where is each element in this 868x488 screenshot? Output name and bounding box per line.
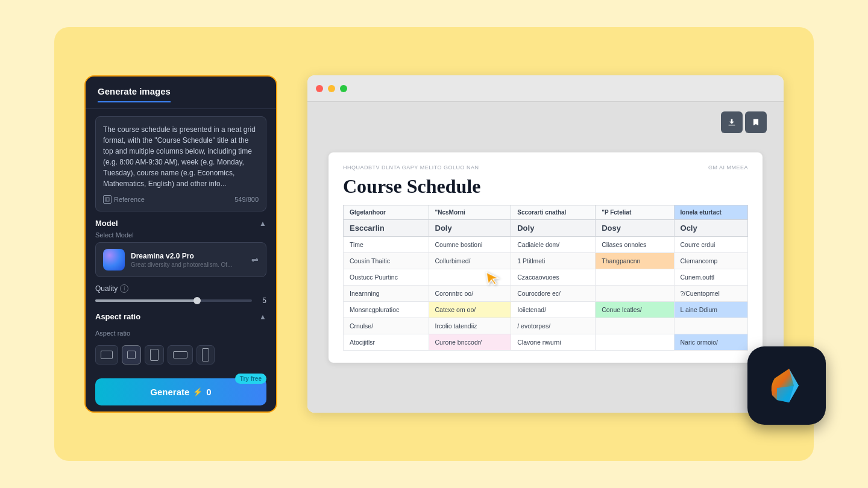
table-cell: Cousín Thaitic bbox=[344, 252, 429, 269]
info-icon: i bbox=[120, 284, 128, 293]
prompt-area[interactable]: The course schedule is presented in a ne… bbox=[95, 116, 266, 211]
schedule-table: Gtgetanhoor "NcsMorni Sccorarti cnathal … bbox=[343, 205, 748, 351]
panel-body: The course schedule is presented in a ne… bbox=[86, 109, 276, 372]
th-col2: "NcsMorni bbox=[429, 205, 511, 219]
table-cell: Oustucc Puurtinc bbox=[344, 269, 429, 285]
chevron-up-icon: ▲ bbox=[259, 219, 266, 228]
table-cell: Atocijitlsr bbox=[344, 334, 429, 350]
portrait-shape bbox=[150, 349, 159, 361]
th-sub-col5: Ocly bbox=[674, 219, 747, 236]
table-cell: Thangpancnn bbox=[596, 252, 674, 269]
minimize-button[interactable] bbox=[328, 85, 335, 92]
table-cell: Cadiaiele dom/ bbox=[511, 236, 596, 252]
table-row: Cousín ThaiticCollurbimed/1 PtitlmetiTha… bbox=[344, 252, 748, 269]
table-row: AtocijitlsrCurone bnccodr/Clavone nwurni… bbox=[344, 334, 748, 350]
quality-slider-container: 5 bbox=[95, 296, 266, 305]
download-button[interactable] bbox=[721, 111, 743, 133]
table-cell: Ircolio tatendiiz bbox=[429, 318, 511, 334]
table-cell: L aine Ddium bbox=[674, 301, 747, 318]
close-button[interactable] bbox=[316, 85, 323, 92]
table-cell: Cunem.outtl bbox=[674, 269, 747, 285]
aspect-wide[interactable] bbox=[168, 345, 193, 364]
th-col3: Sccorarti cnathal bbox=[511, 205, 596, 219]
aspect-options bbox=[95, 345, 266, 364]
wide-shape bbox=[173, 351, 187, 358]
browser-titlebar bbox=[307, 75, 784, 102]
table-header-row-2: Esccarlin Doly Doly Dosy Ocly bbox=[344, 219, 748, 236]
aspect-tall[interactable] bbox=[197, 345, 215, 364]
quality-label: Quality bbox=[95, 284, 118, 293]
settings-icon[interactable]: ⇌ bbox=[251, 255, 259, 264]
panel-title: Generate images bbox=[98, 86, 171, 102]
model-card[interactable]: Dreamina v2.0 Pro Great diversity and ph… bbox=[95, 242, 266, 277]
toolbar-buttons bbox=[721, 111, 767, 133]
generate-credits: 0 bbox=[206, 387, 211, 397]
model-section-header[interactable]: Model ▲ bbox=[95, 219, 266, 228]
th-sub-col3: Doly bbox=[511, 219, 596, 236]
quality-value: 5 bbox=[257, 296, 266, 305]
model-avatar bbox=[103, 249, 125, 271]
table-row: Crnulse/Ircolio tatendiiz/ evotorpes/ bbox=[344, 318, 748, 334]
table-cell: Collurbimed/ bbox=[429, 252, 511, 269]
model-desc: Great diversity and photorealism. Of... bbox=[131, 261, 245, 268]
table-cell: Naric ormoio/ bbox=[674, 334, 747, 350]
table-cell bbox=[596, 334, 674, 350]
square-shape bbox=[127, 351, 136, 359]
panel-header: Generate images bbox=[86, 77, 276, 109]
table-cell: Crnulse/ bbox=[344, 318, 429, 334]
quality-slider[interactable] bbox=[95, 299, 252, 302]
svg-rect-0 bbox=[105, 198, 109, 201]
table-cell bbox=[596, 269, 674, 285]
chevron-up-icon-aspect: ▲ bbox=[259, 313, 266, 321]
table-cell: 1 Ptitlmeti bbox=[511, 252, 596, 269]
table-cell: / evotorpes/ bbox=[511, 318, 596, 334]
bookmark-button[interactable] bbox=[745, 111, 767, 133]
maximize-button[interactable] bbox=[340, 85, 347, 92]
table-cell: Monsncgpluratioc bbox=[344, 301, 429, 318]
table-cell: Czacoaovuoes bbox=[511, 269, 596, 285]
table-cell: Conue lcatles/ bbox=[596, 301, 674, 318]
schedule-meta-left: HHQUADBTV DLNTA GAPY MELITO GOLUO NAN bbox=[343, 164, 479, 170]
th-sub-col4: Dosy bbox=[596, 219, 674, 236]
reference-button[interactable]: Reference bbox=[103, 195, 145, 204]
table-cell bbox=[596, 285, 674, 301]
dreamina-logo-icon bbox=[763, 361, 811, 410]
table-cell: Courocdore ec/ bbox=[511, 285, 596, 301]
th-sub-col1: Esccarlin bbox=[344, 219, 429, 236]
table-cell: Cilases onnoles bbox=[596, 236, 674, 252]
aspect-portrait[interactable] bbox=[145, 345, 164, 364]
table-row: TimeCoumne bostioniCadiaiele dom/Cilases… bbox=[344, 236, 748, 252]
schedule-container: HHQUADBTV DLNTA GAPY MELITO GOLUO NAN GM… bbox=[329, 152, 763, 363]
model-name: Dreamina v2.0 Pro bbox=[131, 252, 245, 260]
generate-label: Generate bbox=[150, 387, 189, 397]
table-cell bbox=[674, 318, 747, 334]
aspect-section: Aspect ratio ▲ Aspect ratio bbox=[95, 312, 266, 364]
left-panel: Generate images The course schedule is p… bbox=[84, 75, 277, 413]
table-cell: Time bbox=[344, 236, 429, 252]
prompt-text: The course schedule is presented in a ne… bbox=[103, 124, 259, 189]
model-section: Model ▲ Select Model Dreamina v2.0 Pro G… bbox=[95, 219, 266, 277]
table-header-row-1: Gtgetanhoor "NcsMorni Sccorarti cnathal … bbox=[344, 205, 748, 219]
aspect-section-header[interactable]: Aspect ratio ▲ bbox=[95, 312, 266, 321]
browser-window: HHQUADBTV DLNTA GAPY MELITO GOLUO NAN GM… bbox=[307, 75, 784, 413]
char-count: 549/800 bbox=[234, 196, 259, 203]
tall-shape bbox=[202, 348, 209, 361]
bolt-icon: ⚡ bbox=[193, 387, 203, 396]
schedule-title: Course Schedule bbox=[343, 175, 748, 198]
table-cell bbox=[596, 318, 674, 334]
panel-footer: Try free Generate ⚡ 0 bbox=[86, 372, 276, 411]
aspect-landscape[interactable] bbox=[95, 345, 118, 364]
table-cell: Curone bnccodr/ bbox=[429, 334, 511, 350]
app-icon bbox=[747, 346, 826, 425]
table-row: InearnningCoronntrc oo/Courocdore ec/?/C… bbox=[344, 285, 748, 301]
reference-icon bbox=[103, 195, 112, 204]
prompt-footer: Reference 549/800 bbox=[103, 195, 259, 204]
aspect-square[interactable] bbox=[122, 345, 141, 364]
th-sub-col2: Doly bbox=[429, 219, 511, 236]
quality-header: Quality i bbox=[95, 284, 266, 293]
try-free-badge: Try free bbox=[235, 374, 266, 384]
browser-content: HHQUADBTV DLNTA GAPY MELITO GOLUO NAN GM… bbox=[307, 102, 784, 413]
table-cell: Courre crdui bbox=[674, 236, 747, 252]
table-row: Oustucc PuurtincCzacoaovuoesCunem.outtl bbox=[344, 269, 748, 285]
table-cell: Inearnning bbox=[344, 285, 429, 301]
